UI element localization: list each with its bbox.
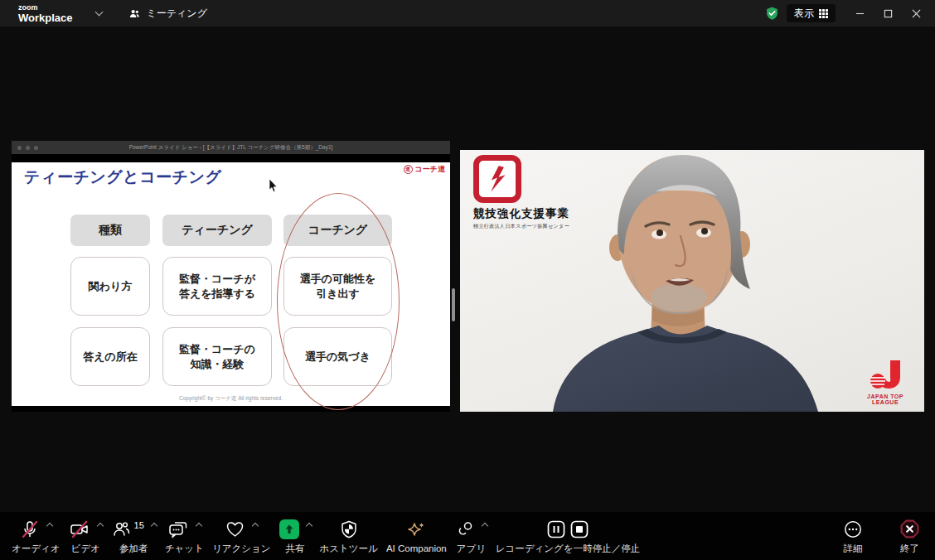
more-button[interactable]: 詳細 [843, 518, 863, 555]
window-titlebar: zoom Workplace ミーティング 表示 [0, 0, 935, 27]
share-button[interactable]: 共有 [279, 518, 312, 555]
brand-chevron-down-icon[interactable] [94, 8, 103, 17]
participant-video-panel[interactable]: 競技強化支援事業 独立行政法人日本スポーツ振興センター JAPAN TOP LE… [460, 150, 924, 412]
participants-options-chevron[interactable] [151, 522, 157, 529]
program-badge-title: 競技強化支援事業 [473, 206, 606, 221]
table-cell: 監督・コーチが 答えを指導する [162, 257, 272, 316]
table-cell: 関わり方 [70, 257, 150, 316]
table-cell: 監督・コーチの 知識・経験 [162, 327, 272, 386]
ai-companion-button[interactable]: AI Companion [386, 519, 447, 553]
host-tools-button[interactable]: ホストツール [320, 518, 378, 555]
minimize-button[interactable] [845, 0, 874, 27]
view-button[interactable]: 表示 [787, 4, 836, 22]
security-shield-icon[interactable] [765, 6, 779, 21]
share-options-chevron[interactable] [305, 522, 312, 529]
stop-recording-icon[interactable] [569, 519, 589, 539]
table-header-shurui: 種類 [70, 215, 150, 246]
jtl-logo-icon [867, 359, 904, 392]
program-badge-subtitle: 独立行政法人日本スポーツ振興センター [473, 223, 606, 230]
ai-sparkle-icon [405, 520, 427, 540]
camera-muted-icon [69, 519, 90, 539]
audio-button[interactable]: オーディオ [12, 518, 61, 555]
slide-title: ティーチングとコーチング [24, 167, 221, 188]
apps-button[interactable]: アプリ [455, 518, 487, 555]
table-cell: 答えの所在 [70, 327, 150, 386]
jtl-logo-text: JAPAN TOP LEAGUE [853, 393, 918, 405]
reactions-options-chevron[interactable] [252, 522, 259, 529]
ppt-window-titlebar: PowerPoint スライド ショー - [【スライド】JTL コーチング研修… [12, 141, 450, 154]
tab-meeting-label: ミーティング [147, 7, 207, 21]
participants-button[interactable]: 15 参加者 [111, 518, 157, 555]
participants-count: 15 [134, 520, 144, 530]
host-tools-shield-icon [339, 519, 359, 539]
recording-controls[interactable]: レコーディングを一時停止／停止 [496, 518, 640, 555]
end-meeting-icon [899, 519, 920, 539]
audio-options-chevron[interactable] [46, 522, 53, 529]
zoom-workplace-logo: zoom Workplace [18, 4, 73, 23]
video-button[interactable]: ビデオ [69, 518, 103, 555]
meeting-toolbar: オーディオ ビデオ 15 参加者 [0, 512, 935, 560]
more-ellipsis-icon [843, 519, 863, 539]
meeting-stage: PowerPoint スライド ショー - [【スライド】JTL コーチング研修… [0, 27, 935, 512]
japan-top-league-logo: JAPAN TOP LEAGUE [853, 359, 918, 405]
coach-do-logo-icon: 道 [404, 165, 413, 174]
table-cell: 選手の可能性を 引き出す [283, 257, 392, 316]
program-badge: 競技強化支援事業 独立行政法人日本スポーツ振興センター [473, 155, 606, 230]
panel-resize-handle[interactable] [452, 288, 455, 321]
heart-icon [225, 519, 245, 539]
view-grid-icon [819, 9, 828, 18]
chat-options-chevron[interactable] [196, 522, 202, 529]
table-header-coaching: コーチング [283, 215, 392, 246]
mouse-cursor [269, 179, 279, 193]
coach-do-logo-text: コーチ道 [415, 164, 445, 175]
titlebar-right-cluster: 表示 [765, 0, 935, 27]
chat-icon [167, 519, 189, 539]
apps-icon [455, 519, 475, 539]
ppt-window-title: PowerPoint スライド ショー - [【スライド】JTL コーチング研修… [12, 144, 450, 152]
apps-options-chevron[interactable] [482, 522, 488, 529]
table-cell: 選手の気づき [283, 327, 392, 386]
table-header-teaching: ティーチング [162, 215, 272, 246]
meeting-people-icon [128, 7, 141, 20]
maximize-button[interactable] [874, 0, 902, 27]
window-controls [845, 0, 930, 27]
reactions-button[interactable]: リアクション [212, 518, 271, 555]
coach-do-logo: 道 コーチ道 [404, 164, 445, 175]
brand-workplace: Workplace [18, 12, 73, 23]
tab-meeting[interactable]: ミーティング [128, 7, 207, 21]
participants-icon [111, 519, 131, 539]
view-button-label: 表示 [794, 7, 814, 21]
slide-copyright: Copyright© by コーチ道 All rights reserved. [12, 395, 450, 403]
chat-button[interactable]: チャット [165, 518, 204, 555]
brand-zoom: zoom [18, 4, 73, 12]
video-options-chevron[interactable] [96, 522, 103, 529]
presentation-slide: ティーチングとコーチング 道 コーチ道 種類 ティーチング コーチング 関わり方… [12, 162, 450, 406]
pause-recording-icon[interactable] [546, 519, 566, 539]
close-button[interactable] [902, 0, 930, 27]
shared-screen-panel[interactable]: PowerPoint スライド ショー - [【スライド】JTL コーチング研修… [12, 141, 450, 412]
jsc-logo-icon [473, 155, 521, 203]
end-meeting-button[interactable]: 終了 [899, 518, 920, 555]
microphone-muted-icon [20, 519, 40, 539]
share-screen-icon [279, 519, 299, 539]
